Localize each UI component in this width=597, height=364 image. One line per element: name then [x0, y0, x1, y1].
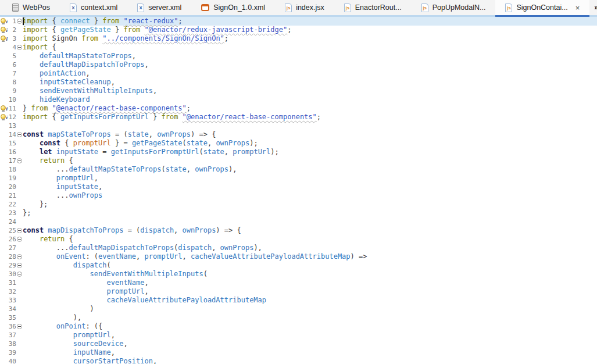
annotation-ruler-cell: [0, 191, 8, 200]
tab-popup-modal[interactable]: js PopUpModalN...: [412, 0, 496, 15]
fold-collapse-icon[interactable]: [17, 254, 22, 259]
code-text: const { promptUrl } = getPageState(state…: [23, 139, 597, 148]
annotation-ruler-cell: [0, 200, 8, 209]
token-punc: ,: [187, 165, 195, 173]
annotation-ruler-cell: [0, 69, 8, 78]
token-punc: {: [65, 156, 73, 165]
token-id: defaultMapDispatchToProps: [69, 244, 174, 252]
token-id: pointAction: [40, 69, 85, 77]
fold-collapse-icon[interactable]: [17, 324, 22, 329]
token-idl: getPageState: [60, 26, 111, 34]
token-id: state: [203, 148, 224, 156]
token-punc: = (: [123, 226, 140, 234]
token-kw: import: [23, 43, 48, 51]
fold-collapse-icon[interactable]: [17, 237, 22, 242]
token-kw: import: [23, 17, 48, 25]
token-punc: ),: [228, 165, 237, 173]
fold-collapse-icon[interactable]: [17, 263, 22, 268]
token-punc: ...: [23, 244, 69, 252]
tab-server-xml[interactable]: X server.xml: [127, 0, 191, 15]
code-line: 26 return {: [0, 235, 597, 244]
code-text: ),: [23, 313, 597, 322]
token-kw: import: [23, 34, 48, 42]
annotation-ruler-cell: [0, 279, 8, 287]
fold-collapse-icon[interactable]: [17, 132, 22, 137]
annotation-ruler-cell: [0, 244, 8, 252]
code-text: import { connect } from "react-redux";: [23, 17, 597, 26]
token-punc: };: [23, 209, 31, 217]
line-number: 12: [8, 113, 16, 122]
token-id: cacheValueAttributePayloadAttributeMap: [191, 252, 351, 260]
tab-index-jsx[interactable]: js index.jsx: [275, 0, 334, 15]
fold-collapse-icon[interactable]: [17, 158, 22, 163]
line-number: 11: [8, 104, 16, 113]
fold-collapse-icon[interactable]: [17, 45, 22, 50]
token-id: ownProps: [195, 165, 228, 173]
line-number: 10: [8, 95, 16, 104]
tab-label: SignOn_1.0.xml: [213, 3, 265, 12]
token-idl: connect: [60, 17, 90, 25]
fold-collapse-icon[interactable]: [17, 272, 22, 277]
tab-webpos[interactable]: WebPos: [2, 0, 60, 15]
tab-label: PopUpModalN...: [432, 3, 486, 12]
token-punc: [48, 104, 52, 112]
line-number: 13: [8, 122, 16, 130]
token-punc: ) => {: [216, 226, 241, 234]
code-line: 16 let inputState = getInputsForPromptUr…: [0, 148, 597, 156]
line-number: 4: [8, 43, 16, 52]
code-line: 39 inputName,: [0, 348, 597, 357]
line-number: 30: [8, 270, 16, 279]
line-number: 18: [8, 165, 16, 174]
annotation-ruler-cell: [0, 235, 8, 244]
fold-collapse-icon[interactable]: [17, 228, 22, 233]
quickfix-lightbulb-icon[interactable]: i: [1, 26, 8, 34]
code-text: dispatch(: [23, 261, 597, 270]
code-text: onPoint: ({: [23, 322, 597, 331]
line-number: 28: [8, 252, 16, 261]
tab-signon-container-active[interactable]: js SignOnContai... ×: [495, 0, 589, 15]
quickfix-lightbulb-icon[interactable]: i: [1, 105, 8, 112]
line-number: 24: [8, 217, 16, 226]
annotation-ruler-cell: [0, 130, 8, 139]
tab-enactor-rout[interactable]: js EnactorRout...: [334, 0, 412, 15]
token-id: defaultMapStateToProps: [40, 52, 132, 60]
jsx-file-icon: js: [421, 3, 428, 12]
token-punc: = (: [111, 130, 128, 138]
quickfix-lightbulb-icon[interactable]: i: [1, 113, 8, 121]
token-id: ownProps: [220, 244, 254, 252]
token-punc: ...: [23, 191, 69, 199]
annotation-ruler-cell: [0, 270, 8, 279]
annotation-ruler-cell: [0, 357, 8, 364]
token-id: dispatch: [140, 226, 174, 234]
code-text: inputState,: [23, 183, 597, 191]
token-punc: };: [23, 200, 48, 208]
line-number: 21: [8, 191, 16, 200]
line-number: 35: [8, 313, 16, 322]
token-punc: [23, 270, 90, 278]
tab-context-xml[interactable]: X context.xml: [60, 0, 127, 15]
fold-collapse-icon[interactable]: [17, 19, 22, 24]
token-punc: [23, 60, 40, 69]
token-kw: from: [102, 17, 119, 25]
token-punc: {: [48, 26, 60, 34]
close-icon[interactable]: ×: [575, 4, 580, 12]
info-letter: i: [6, 27, 8, 33]
quickfix-lightbulb-icon[interactable]: i: [1, 35, 8, 42]
code-line: i12import { getInputsForPromptUrl } from…: [0, 113, 597, 122]
token-id: state: [128, 130, 149, 138]
code-text: };: [23, 200, 597, 209]
token-punc: ,: [145, 279, 149, 287]
tab-overflow-chevron[interactable]: » 9: [594, 3, 597, 15]
token-id: onEvent: [56, 252, 86, 260]
tab-signon-1-0-xml[interactable]: SignOn_1.0.xml: [191, 0, 275, 15]
annotation-ruler-cell: i: [0, 26, 8, 34]
code-line: 6 defaultMapDispatchToProps,: [0, 60, 597, 69]
quickfix-lightbulb-icon[interactable]: i: [1, 17, 8, 25]
code-text: cursorStartPosition,: [23, 357, 597, 364]
token-punc: [23, 348, 73, 356]
code-text: pointAction,: [23, 69, 597, 78]
code-line: 37 promptUrl,: [0, 331, 597, 340]
line-number: 16: [8, 148, 16, 156]
token-id: ownProps: [157, 130, 191, 138]
code-editor[interactable]: i1import { connect } from "react-redux";…: [0, 17, 597, 364]
